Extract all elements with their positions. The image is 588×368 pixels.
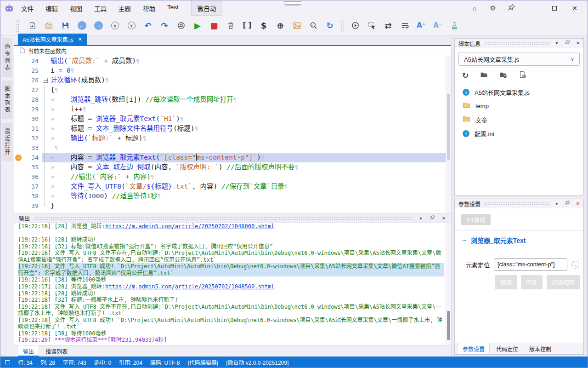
menu-编辑[interactable]: 编辑 [40,1,64,15]
browser-button[interactable] [175,19,188,33]
params-tab-版本控制[interactable]: 版本控制 [525,343,556,354]
log-link[interactable]: https://m.admin5.com/article/20250702/10… [105,283,274,290]
menu-主题[interactable]: 主题 [113,1,137,15]
locator-input[interactable] [494,259,567,270]
params-pin-icon[interactable] [564,200,571,208]
output-pin-icon[interactable] [429,214,436,223]
output-drag-dots[interactable] [34,217,413,220]
tab-close-icon[interactable]: ✕ [78,36,82,42]
code-line-28[interactable]: 28» 浏览器_跳转(数组[i]) //每次读取一个成员网址打开¶ [14,95,451,104]
params-collapse-icon[interactable]: ▾ [553,200,560,207]
gutter-margin[interactable] [14,201,23,211]
gutter-margin[interactable] [14,191,23,201]
search-button[interactable] [307,19,320,33]
menu-工具[interactable]: 工具 [88,1,113,15]
output-log[interactable]: [19:22:16] [28] 浏览器_跳转:https://m.admin5.… [14,223,451,345]
nav-forward-button[interactable]: → [92,19,105,33]
folder-icon[interactable] [480,71,488,80]
tab-a5-script[interactable]: A5站长网文章采集.js ✕ [18,34,87,45]
tree-item-配置.ini[interactable]: i配置.ini [455,126,583,140]
line-number[interactable]: 29 [23,104,42,114]
code-line-24[interactable]: 24输出(`成员数:` + 成员数)¶ [14,56,451,66]
pin-icon[interactable] [502,4,520,13]
undo-button[interactable]: ↶ [141,19,155,33]
gutter-margin[interactable] [14,104,23,114]
line-number[interactable]: 37 [23,182,42,191]
screenshot-button[interactable] [290,19,304,33]
line-number[interactable]: 32 [23,133,42,143]
step-run-button[interactable] [349,19,362,33]
gutter-margin[interactable] [14,172,23,182]
line-number[interactable]: 36 [23,172,42,182]
code-line-26[interactable]: 26计次循环(成员数)¶ [14,75,451,85]
gutter-margin[interactable] [14,114,23,124]
font-increase-button[interactable]: A⁺ [415,19,428,33]
minimize-button[interactable]: — [524,5,544,12]
gutter-margin[interactable] [14,162,23,172]
code-line-32[interactable]: 32» 输出(`标题:` + 标题)¶ [14,133,451,143]
log-line[interactable]: [19:22:18] [28] 跳转成功! [18,290,444,297]
line-number[interactable]: 26 [23,75,42,85]
line-number[interactable]: 39 [23,201,42,211]
tree-item-文章[interactable]: 文章 [455,113,583,126]
line-swap-button[interactable]: ⇄ [382,19,395,33]
log-line[interactable]: [19:22:16] 文件_写入_UTF8 成功! `D:\Project\Au… [18,263,444,276]
output-close-icon[interactable]: ✕ [440,215,447,222]
params-close-icon[interactable]: ✕ [574,200,582,207]
log-line[interactable]: [19:22:16] [32] 标题:微信AI搜索被指“强行开盒”: 名字成了数… [18,243,444,250]
gutter-margin[interactable] [14,56,23,66]
params-header[interactable]: 参数设置 ▾ ✕ [455,199,583,208]
gutter-margin[interactable] [14,85,23,95]
gutter-margin[interactable] [14,133,23,143]
log-line[interactable]: [19:22:16] [38] 等待1000毫秒 [18,276,444,283]
code-line-29[interactable]: 29» i++¶ [14,104,451,114]
menu-帮助[interactable]: 帮助 [137,1,161,15]
line-number[interactable]: 31 [23,124,42,133]
open-file-button[interactable] [42,19,56,33]
line-number[interactable]: 28 [23,95,42,104]
code-line-30[interactable]: 30» 标题 = 浏览器_取元素Text(`H1`)¶ [14,114,451,124]
maximize-button[interactable] [544,5,565,12]
log-line[interactable]: [19:22:16] [28] 跳转成功! [18,236,444,243]
web-button[interactable]: ⊕ [274,19,287,33]
locator-闪烁-button[interactable]: 闪烁 [521,275,543,289]
gutter-margin[interactable]: → [14,153,23,162]
gutter-margin[interactable] [14,75,23,85]
locator-闪烁相同-button[interactable]: 闪烁相同 [547,275,580,289]
code-line-35[interactable]: 35» 内容 = 文本_取左边_倒取(内容, `版权声明: `) //后面的版权… [14,162,451,172]
save-button[interactable] [59,19,72,33]
line-number[interactable]: 38 [23,191,42,201]
fold-guide[interactable] [42,75,48,85]
line-number[interactable]: 33 [23,143,42,153]
run-button[interactable]: ▶ [191,19,204,33]
code-line-36[interactable]: 36» //输出(`内容:` + 内容)¶ [14,172,451,182]
output-tab-输出[interactable]: 输出 [18,345,39,356]
gutter-margin[interactable] [14,182,23,191]
gutter-margin[interactable] [14,66,23,75]
script-info-header[interactable]: 脚本信息 ▾ ✕ [455,39,583,48]
new-file-button[interactable] [26,19,39,33]
gutter-margin[interactable] [14,143,23,153]
rail-tab-命令列表[interactable]: 命令列表 [2,38,12,77]
code-line-31[interactable]: 31» 标题 = 文本_删除文件名禁用符号(标题)¶ [14,124,451,133]
line-number[interactable]: 35 [23,162,42,172]
log-link[interactable]: https://m.admin5.com/article/20250702/10… [105,223,274,230]
line-number[interactable]: 34 [23,153,42,162]
code-line-34[interactable]: →34» 内容 = 浏览器_取元素Text(`[class="ms-conten… [14,153,451,162]
collapse-all-button[interactable]: ∧ [108,19,122,33]
code-editor[interactable]: 24输出(`成员数:` + 成员数)¶25i = 0¶26计次循环(成员数)¶2… [14,56,451,213]
rail-tab-脚本列表[interactable]: 脚本列表 [2,80,12,119]
script-select-dropdown[interactable]: A5站长网文章采集.js ∨ [458,52,580,66]
code-line-37[interactable]: 37» 文件_写入_UTF8(`文章/${标题}.txt`, 内容) //保存到… [14,182,451,191]
line-number[interactable]: 25 [23,66,42,75]
settings-gear-icon[interactable]: ⚙ [484,4,502,12]
code-line-27[interactable]: 27{¶ [14,85,451,95]
gutter-margin[interactable] [14,124,23,133]
window-drag-handle[interactable] [284,0,301,6]
log-line[interactable]: [19:22:16] [28] 浏览器_跳转:https://m.admin5.… [18,223,444,230]
refresh-button[interactable]: ↻ [323,19,337,33]
locator-探测-button[interactable]: 探测 [495,275,517,289]
output-panel-header[interactable]: 输出 ▾ ✕ [14,213,451,223]
stop-button[interactable]: ■ [208,19,221,33]
element-pick-button[interactable] [365,19,379,33]
